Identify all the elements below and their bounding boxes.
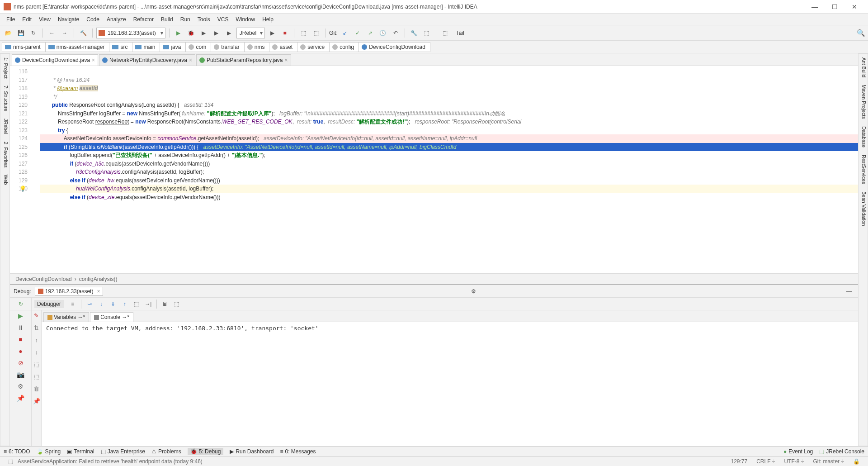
debugger-tab[interactable]: Debugger — [34, 300, 64, 308]
pause-icon[interactable]: ⏸ — [18, 324, 24, 331]
console-tab[interactable]: Console →* — [90, 312, 133, 322]
jrebel-run-icon[interactable]: ▶ — [267, 28, 278, 38]
tool-maven[interactable]: Maven Projects — [859, 81, 868, 123]
tail-label[interactable]: Tail — [456, 30, 464, 36]
tool-database[interactable]: Database — [859, 123, 868, 151]
run-to-cursor-icon[interactable]: →| — [143, 299, 154, 309]
run-config-dropdown[interactable]: 192.168.2.33(asset) — [96, 28, 165, 38]
step-into-icon[interactable]: ↓ — [96, 299, 107, 309]
java-enterprise-tab[interactable]: ⬚ Java Enterprise — [101, 448, 145, 455]
tool-structure[interactable]: 7: Structure — [0, 82, 9, 115]
git-update-icon[interactable]: ↙ — [340, 28, 350, 38]
menu-window[interactable]: Window — [232, 15, 259, 24]
force-step-icon[interactable]: ⇓ — [108, 299, 118, 309]
crumb-nms[interactable]: nms — [244, 42, 270, 52]
step-out-icon[interactable]: ↑ — [119, 299, 130, 309]
debug-tab[interactable]: 🐞 5: Debug — [188, 448, 224, 455]
git-branch[interactable]: Git: master ÷ — [808, 458, 849, 465]
jrebel-console-tab[interactable]: ⬚ JRebel Console — [819, 448, 864, 455]
trace-icon[interactable]: ⬚ — [171, 299, 182, 309]
tab-deviceconfig[interactable]: DeviceConfigDownload.java× — [12, 54, 98, 66]
git-commit-icon[interactable]: ✓ — [352, 28, 363, 38]
settings-icon[interactable]: 🔧 — [409, 28, 420, 38]
menu-run[interactable]: Run — [177, 15, 194, 24]
menu-code[interactable]: Code — [83, 15, 103, 24]
run-icon[interactable]: ▶ — [173, 28, 184, 38]
status-icon[interactable]: ⬚ — [4, 458, 18, 465]
lock-icon[interactable]: 🔒 — [849, 458, 864, 465]
tab-networkphy[interactable]: NetworkPhyEntityDiscovery.java× — [99, 54, 195, 66]
close-button[interactable]: ✕ — [844, 3, 864, 10]
menu-analyze[interactable]: Analyze — [103, 15, 130, 24]
tool-favorites[interactable]: 2: Favorites — [0, 138, 9, 171]
open-icon[interactable]: 📂 — [3, 28, 14, 38]
messages-tab[interactable]: ≡ 0: Messages — [280, 448, 316, 455]
crumb-service[interactable]: service — [297, 42, 330, 52]
pin-icon[interactable]: 📌 — [17, 395, 24, 402]
tab-pubstatic[interactable]: PubStaticParamRepository.java× — [196, 54, 291, 66]
menu-refactor[interactable]: Refactor — [130, 15, 157, 24]
get-thread-dump-icon[interactable]: 📷 — [17, 371, 24, 378]
gear-icon[interactable]: ⚙ — [468, 288, 479, 295]
step-over-icon[interactable]: ⤻ — [84, 299, 95, 309]
crumb-class-name[interactable]: DeviceConfigDownload — [15, 276, 72, 282]
tool-ant[interactable]: Ant Build — [859, 54, 868, 81]
close-icon[interactable]: × — [97, 288, 100, 295]
bulb-icon[interactable]: 💡 — [10, 185, 36, 193]
menu-file[interactable]: File — [3, 15, 19, 24]
tool-web[interactable]: Web — [0, 171, 9, 188]
git-revert-icon[interactable]: ↶ — [390, 28, 401, 38]
coverage-icon[interactable]: ▶ — [198, 28, 209, 38]
event-log-tab[interactable]: ● Event Log — [783, 448, 813, 455]
export-icon[interactable]: ⬚ — [34, 373, 39, 380]
filter-icon[interactable]: ⬚ — [34, 361, 39, 368]
git-push-icon[interactable]: ↗ — [365, 28, 376, 38]
crumb-config[interactable]: config — [329, 42, 359, 52]
crumb-main[interactable]: main — [132, 42, 160, 52]
search-everywhere-icon[interactable]: ⬚ — [440, 28, 451, 38]
close-icon[interactable]: × — [92, 57, 95, 63]
minimize-panel-icon[interactable]: — — [844, 288, 854, 295]
spring-tab[interactable]: 🍃 Spring — [37, 448, 61, 455]
mute-breakpoints-icon[interactable]: ⊘ — [18, 359, 24, 366]
crumb-java[interactable]: java — [160, 42, 186, 52]
encoding[interactable]: UTF-8 ÷ — [779, 458, 808, 465]
restore-layout-icon[interactable]: ✎ — [34, 312, 39, 319]
build-icon[interactable]: 🔨 — [78, 28, 89, 38]
pin2-icon[interactable]: 📌 — [33, 398, 40, 404]
tool-rest[interactable]: RestServices — [859, 151, 868, 188]
evaluate-icon[interactable]: 🖩 — [160, 299, 170, 309]
problems-tab[interactable]: ⚠ Problems — [151, 448, 181, 455]
collapse-icon[interactable]: ↓ — [35, 349, 38, 356]
minimize-button[interactable]: — — [805, 3, 825, 10]
menu-tools[interactable]: Tools — [194, 15, 214, 24]
terminal-tab[interactable]: ▣ Terminal — [67, 448, 94, 455]
menu-help[interactable]: Help — [259, 15, 277, 24]
jrebel-dropdown[interactable]: JRebel — [236, 28, 265, 38]
tool-project[interactable]: 1: Project — [0, 54, 9, 82]
crumb-nms-asset-manager[interactable]: nms-asset-manager — [45, 42, 110, 52]
variables-tab[interactable]: Variables →* — [43, 312, 89, 322]
console-output[interactable]: Connected to the target VM, address: '19… — [42, 322, 858, 446]
run-dashboard-tab[interactable]: ▶ Run Dashboard — [230, 448, 274, 455]
trash-icon[interactable]: 🗑 — [33, 385, 39, 392]
caret-position[interactable]: 129:77 — [726, 458, 752, 465]
ext1-icon[interactable]: ⬚ — [298, 28, 309, 38]
sort-icon[interactable]: ⇅ — [34, 324, 39, 331]
frames-icon[interactable]: ≡ — [67, 299, 78, 309]
menu-build[interactable]: Build — [157, 15, 177, 24]
save-icon[interactable]: 💾 — [15, 28, 26, 38]
stop-debug-icon[interactable]: ■ — [19, 336, 22, 343]
menu-vcs[interactable]: VCS — [214, 15, 232, 24]
structure-icon[interactable]: ⬚ — [421, 28, 432, 38]
search-icon[interactable]: 🔍 — [857, 29, 865, 37]
tool-jrebel[interactable]: JRebel — [0, 115, 9, 138]
git-history-icon[interactable]: 🕓 — [377, 28, 388, 38]
back-icon[interactable]: ← — [47, 28, 57, 38]
menu-view[interactable]: View — [35, 15, 54, 24]
debug-config-tab[interactable]: 192.168.2.33(asset)× — [35, 287, 104, 296]
attach-icon[interactable]: ▶ — [224, 28, 235, 38]
ext2-icon[interactable]: ⬚ — [311, 28, 321, 38]
drop-frame-icon[interactable]: ⬚ — [131, 299, 142, 309]
sync-icon[interactable]: ↻ — [28, 28, 39, 38]
